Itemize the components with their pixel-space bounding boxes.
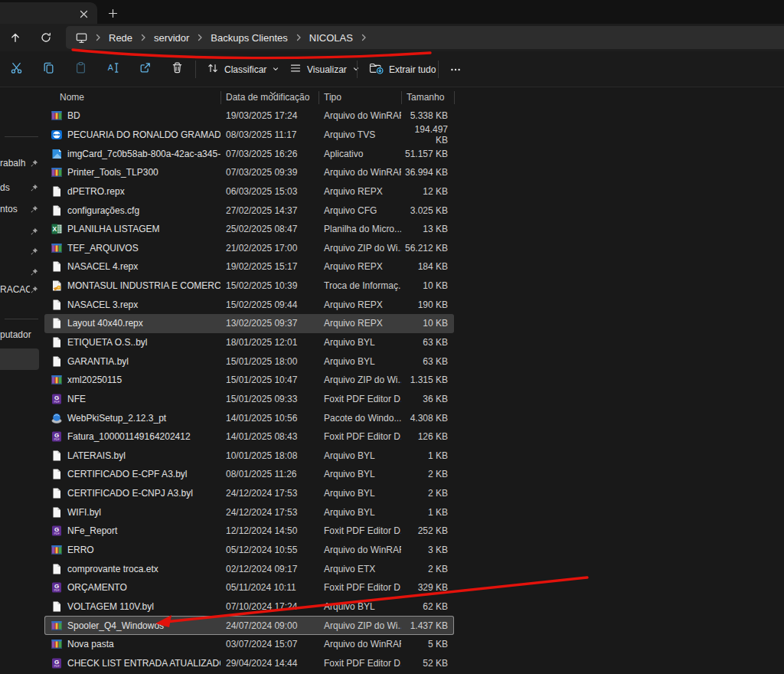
table-row[interactable]: xml2025011515/01/2025 10:47Arquivo ZIP d… bbox=[44, 371, 454, 390]
table-row[interactable]: CERTIFICADO E-CNPJ A3.byl24/12/2024 17:5… bbox=[44, 484, 454, 503]
winrar-icon bbox=[51, 166, 63, 178]
file-date-cell: 03/07/2024 15:07 bbox=[220, 639, 318, 649]
file-name: imgCard_7c0b58ab-800a-42ac-a345-4e30... bbox=[67, 149, 220, 159]
table-row[interactable]: imgCard_7c0b58ab-800a-42ac-a345-4e30...0… bbox=[44, 144, 454, 163]
file-name-cell: XPLANILHA LISTAGEM bbox=[44, 223, 220, 235]
sort-button[interactable]: Classificar bbox=[199, 57, 287, 82]
table-row[interactable]: VOLTAGEM 110V.byl07/10/2024 17:24Arquivo… bbox=[44, 597, 454, 617]
column-header-type[interactable]: Tipo bbox=[318, 88, 401, 106]
column-divider[interactable] bbox=[401, 91, 402, 104]
column-header-size[interactable]: Tamanho bbox=[401, 88, 454, 106]
table-row[interactable]: TEF_ARQUIVOS21/02/2025 17:00Arquivo ZIP … bbox=[44, 238, 454, 257]
rename-button[interactable]: A bbox=[99, 57, 126, 82]
table-row[interactable]: comprovante troca.etx02/12/2024 09:17Arq… bbox=[44, 559, 454, 578]
copy-button[interactable] bbox=[34, 57, 62, 82]
sidebar-item[interactable] bbox=[0, 222, 41, 240]
extract-all-button[interactable]: Extrair tudo bbox=[361, 57, 443, 82]
up-button[interactable] bbox=[5, 27, 26, 48]
table-row[interactable]: NASACEL 4.repx19/02/2025 15:17Arquivo RE… bbox=[44, 257, 454, 276]
table-row[interactable]: GPDFNFe_Report12/12/2024 14:50Foxit PDF … bbox=[44, 522, 454, 541]
table-row[interactable]: NASACEL 3.repx15/02/2025 09:44Arquivo RE… bbox=[44, 295, 454, 314]
file-type-cell: Arquivo REPX bbox=[318, 299, 401, 310]
table-row[interactable]: Nova pasta03/07/2024 15:07Arquivo do Win… bbox=[44, 635, 454, 654]
file-name: Fatura_100001149164202412 bbox=[67, 431, 191, 442]
sidebar-item[interactable]: ds bbox=[0, 178, 41, 197]
table-row[interactable]: WIFI.byl24/12/2024 17:53Arquivo BYL1 KB bbox=[44, 502, 454, 522]
sidebar-item-label: ds bbox=[0, 182, 30, 193]
sidebar-item-label: RACAO bbox=[0, 284, 30, 295]
column-divider[interactable] bbox=[454, 91, 455, 104]
table-row[interactable]: GPDFCHECK LIST ENTRADA ATUALIZADO (1)29/… bbox=[44, 654, 454, 673]
table-row[interactable]: GPDFORÇAMENTO05/11/2024 10:11Foxit PDF E… bbox=[44, 578, 454, 597]
table-row[interactable]: GPDFFatura_10000114916420241214/01/2025 … bbox=[44, 427, 454, 447]
file-date-cell: 05/11/2024 10:11 bbox=[220, 582, 318, 593]
table-row[interactable]: ETIQUETA O.S..byl18/01/2025 12:01Arquivo… bbox=[44, 333, 454, 352]
breadcrumb-item[interactable]: servidor bbox=[150, 32, 193, 44]
file-name: xml20250115 bbox=[67, 375, 122, 385]
file-name: NASACEL 4.repx bbox=[67, 261, 138, 272]
more-options-button[interactable] bbox=[443, 57, 469, 82]
sidebar-item[interactable]: RACAO bbox=[0, 280, 41, 299]
breadcrumb-item[interactable]: Rede bbox=[105, 32, 136, 44]
new-tab-button[interactable] bbox=[106, 7, 119, 19]
tab-close-button[interactable] bbox=[77, 8, 90, 20]
chevron-right-icon[interactable] bbox=[193, 33, 207, 42]
table-row[interactable]: Layout 40x40.repx13/02/2025 09:37Arquivo… bbox=[44, 314, 454, 333]
file-size-cell: 2 KB bbox=[401, 488, 454, 499]
refresh-button[interactable] bbox=[35, 27, 57, 48]
sidebar-item-this-pc[interactable]: putador bbox=[0, 326, 41, 344]
explorer-tab[interactable] bbox=[0, 2, 97, 24]
file-date-cell: 05/12/2024 10:55 bbox=[220, 545, 318, 555]
doc-icon bbox=[51, 450, 63, 462]
table-row[interactable]: Printer_Tools_TLP30007/03/2025 09:39Arqu… bbox=[44, 163, 454, 182]
table-row[interactable]: Spooler_Q4_Windowos24/07/2024 09:00Arqui… bbox=[44, 616, 454, 635]
chevron-right-icon[interactable] bbox=[136, 33, 150, 42]
table-row[interactable]: configurações.cfg27/02/2025 14:37Arquivo… bbox=[44, 201, 454, 220]
cut-button[interactable] bbox=[2, 57, 30, 82]
file-date-cell: 25/02/2025 08:47 bbox=[220, 224, 318, 234]
column-header-name[interactable]: Nome bbox=[44, 88, 220, 106]
file-name-cell: NASACEL 4.repx bbox=[44, 260, 220, 273]
file-date-cell: 13/02/2025 09:37 bbox=[220, 318, 318, 329]
view-button[interactable]: Visualizar bbox=[282, 57, 368, 82]
table-row[interactable]: dPETRO.repx06/03/2025 15:03Arquivo REPX1… bbox=[44, 182, 454, 201]
file-type-cell: Arquivo do WinRAR bbox=[318, 110, 401, 121]
file-size-cell: 252 KB bbox=[401, 525, 454, 536]
table-row[interactable]: LATERAIS.byl10/01/2025 18:08Arquivo BYL1… bbox=[44, 447, 454, 466]
table-row[interactable]: WebPkiSetup_2.12.3_pt14/01/2025 10:56Pac… bbox=[44, 408, 454, 427]
delete-button[interactable] bbox=[163, 57, 191, 82]
table-row[interactable]: GPDFNFE15/01/2025 09:33Foxit PDF Editor … bbox=[44, 390, 454, 409]
address-bar[interactable]: RedeservidorBackups ClientesNICOLAS bbox=[66, 26, 784, 49]
foxit-icon: GPDF bbox=[51, 430, 63, 443]
breadcrumb-item[interactable]: NICOLAS bbox=[305, 32, 357, 44]
file-name: Printer_Tools_TLP300 bbox=[67, 167, 158, 178]
breadcrumb-item[interactable]: Backups Clientes bbox=[207, 32, 291, 44]
cut-icon bbox=[10, 61, 23, 77]
table-row[interactable]: ERRO05/12/2024 10:55Arquivo do WinRAR3 K… bbox=[44, 541, 454, 560]
file-size-cell: 5 KB bbox=[401, 639, 454, 649]
file-date-cell: 15/01/2025 18:00 bbox=[220, 356, 318, 367]
column-divider[interactable] bbox=[220, 91, 221, 104]
pin-icon bbox=[30, 286, 38, 294]
table-row[interactable]: MONTASUL INDUSTRIA E COMERCIO DE...15/02… bbox=[44, 276, 454, 296]
table-row[interactable]: PECUARIA DO RONALDO GRAMADO - S...08/03/… bbox=[44, 126, 454, 145]
sidebar-item[interactable]: ntos bbox=[0, 200, 41, 218]
sidebar-item[interactable] bbox=[0, 263, 41, 281]
view-button-label: Visualizar bbox=[307, 64, 347, 75]
file-date-cell: 14/01/2025 10:56 bbox=[220, 413, 318, 424]
table-row[interactable]: BD19/03/2025 17:24Arquivo do WinRAR5.338… bbox=[44, 106, 454, 126]
file-name-cell: Printer_Tools_TLP300 bbox=[44, 166, 220, 178]
share-button[interactable] bbox=[131, 57, 158, 82]
chevron-right-icon[interactable] bbox=[91, 33, 105, 42]
table-row[interactable]: CERTIFICADO E-CPF A3.byl08/01/2025 11:26… bbox=[44, 465, 454, 484]
sidebar-item-selected[interactable] bbox=[0, 348, 39, 370]
copy-icon bbox=[42, 61, 55, 77]
paste-button[interactable] bbox=[67, 57, 94, 82]
sidebar-item[interactable]: rabalh bbox=[0, 154, 41, 172]
table-row[interactable]: GARANTIA.byl15/01/2025 18:00Arquivo BYL6… bbox=[44, 352, 454, 371]
table-row[interactable]: XPLANILHA LISTAGEM25/02/2025 08:47Planil… bbox=[44, 220, 454, 239]
chevron-right-icon[interactable] bbox=[292, 33, 305, 42]
chevron-right-icon[interactable] bbox=[357, 33, 371, 42]
column-divider[interactable] bbox=[318, 91, 319, 104]
sidebar-item[interactable] bbox=[0, 242, 41, 260]
